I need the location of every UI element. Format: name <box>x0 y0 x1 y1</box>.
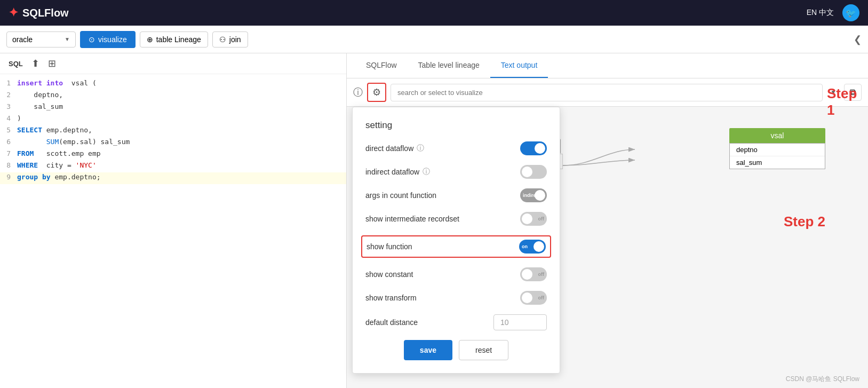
editor-panel: SQL ⬆ ⊞ 1 insert into vsal ( 2 deptno, 3… <box>0 53 347 388</box>
language-switcher[interactable]: EN 中文 <box>807 8 834 18</box>
vsal-node-title: vsal <box>729 128 825 143</box>
info-button[interactable]: ⓘ <box>353 86 363 99</box>
setting-label-args-in-count: args in count function <box>365 191 436 200</box>
visualize-button[interactable]: ⊙ visualize <box>80 31 136 48</box>
search-input[interactable] <box>391 84 823 101</box>
tab-text-output[interactable]: Text output <box>490 53 548 78</box>
info-icon-direct: ⓘ <box>417 144 424 153</box>
setting-row-indirect-dataflow: indirect dataflow ⓘ <box>365 165 547 179</box>
upload-icon[interactable]: ⬆ <box>31 58 39 69</box>
code-line-6: 6 SUM(emp.sal) sal_sum <box>0 137 346 149</box>
toggle-indirect-dataflow[interactable] <box>520 165 547 179</box>
table-lineage-label: table Lineage <box>156 35 201 44</box>
code-line-7: 7 FROM scott.emp emp <box>0 149 346 161</box>
setting-label-indirect-dataflow: indirect dataflow ⓘ <box>365 167 430 177</box>
toggle-show-intermediate[interactable]: off <box>520 212 547 226</box>
table-lineage-icon: ⊕ <box>147 35 153 44</box>
code-line-1: 1 insert into vsal ( <box>0 78 346 90</box>
header: ✦ SQLFlow EN 中文 🐦 <box>0 0 868 26</box>
setting-row-show-constant: show constant off <box>365 267 547 281</box>
visualize-label: visualize <box>98 35 127 44</box>
settings-buttons: save reset <box>365 340 547 360</box>
viz-panel: SQLFlow Table level lineage Text output … <box>347 53 868 388</box>
join-button[interactable]: ⚇ join <box>212 31 248 47</box>
visualize-icon: ⊙ <box>89 35 95 44</box>
logo-icon: ✦ <box>9 6 18 20</box>
twitter-icon[interactable]: 🐦 <box>842 4 859 21</box>
db-label: oracle <box>12 35 33 44</box>
join-label: join <box>229 35 241 44</box>
tab-sqlflow[interactable]: SQLFlow <box>355 53 408 78</box>
table-lineage-button[interactable]: ⊕ table Lineage <box>140 31 208 47</box>
graph-area: SUM SUM vsal deptno sal_sum <box>347 107 868 388</box>
code-line-9: 9 group by emp.deptno; <box>0 172 346 184</box>
viz-controls: ⓘ ⚙ ▼ ⧉ <box>347 78 868 107</box>
vsal-row-sal-sum: sal_sum <box>730 156 825 169</box>
watermark: CSDN @马哈鱼 SQLFlow <box>786 375 859 384</box>
save-button[interactable]: save <box>404 340 452 360</box>
toggle-args-in-count[interactable]: indirect <box>520 188 547 202</box>
setting-label-default-distance: default distance <box>365 318 418 327</box>
code-line-4: 4 ) <box>0 114 346 125</box>
schema-icon[interactable]: ⊞ <box>48 58 56 69</box>
info-icon-indirect: ⓘ <box>423 167 430 177</box>
settings-button[interactable]: ⚙ <box>367 83 386 102</box>
setting-row-show-function: show function on <box>361 235 551 258</box>
setting-row-direct-dataflow: direct dataflow ⓘ <box>365 141 547 155</box>
code-line-8: 8 WHERE city = 'NYC' <box>0 161 346 172</box>
vsal-row-deptno: deptno <box>730 144 825 156</box>
toggle-show-transform[interactable]: off <box>520 291 547 305</box>
step2-label: Step 2 <box>784 213 825 230</box>
code-editor[interactable]: 1 insert into vsal ( 2 deptno, 3 sal_sum… <box>0 74 346 388</box>
step1-label: Step 1 <box>827 85 868 118</box>
code-line-2: 2 deptno, <box>0 90 346 102</box>
logo: ✦ SQLFlow <box>9 6 69 20</box>
setting-label-show-intermediate: show intermediate recordset <box>365 215 459 223</box>
editor-toolbar: SQL ⬆ ⊞ <box>0 53 346 74</box>
sql-tab[interactable]: SQL <box>9 60 23 68</box>
toggle-show-function[interactable]: on <box>519 240 546 254</box>
settings-title: setting <box>365 120 547 131</box>
vsal-node-body: deptno sal_sum <box>729 143 825 169</box>
setting-row-args-in-count: args in count function indirect <box>365 188 547 202</box>
toggle-direct-dataflow[interactable] <box>520 141 547 155</box>
toggle-show-constant[interactable]: off <box>520 267 547 281</box>
off-label-intermediate: off <box>538 216 545 221</box>
setting-label-show-transform: show transform <box>365 294 417 302</box>
logo-text: SQLFlow <box>22 7 69 19</box>
collapse-button[interactable]: ❮ <box>854 34 862 45</box>
indirect-label: indirect <box>523 193 540 198</box>
code-line-5: 5 SELECT emp.deptno, <box>0 125 346 137</box>
setting-label-direct-dataflow: direct dataflow ⓘ <box>365 144 424 153</box>
viz-tabs: SQLFlow Table level lineage Text output <box>347 53 868 78</box>
main-content: SQL ⬆ ⊞ 1 insert into vsal ( 2 deptno, 3… <box>0 53 868 388</box>
tab-table-lineage[interactable]: Table level lineage <box>408 53 490 78</box>
reset-button[interactable]: reset <box>459 340 508 360</box>
setting-row-default-distance: default distance <box>365 314 547 330</box>
chevron-down-icon: ▼ <box>65 36 70 42</box>
setting-row-show-transform: show transform off <box>365 291 547 305</box>
setting-label-show-constant: show constant <box>365 270 413 279</box>
off-label-transform: off <box>538 295 545 300</box>
settings-panel: setting direct dataflow ⓘ indirec <box>352 107 560 374</box>
setting-row-show-intermediate: show intermediate recordset off <box>365 212 547 226</box>
on-label-show-function: on <box>522 244 528 249</box>
db-selector[interactable]: oracle ▼ <box>6 31 76 47</box>
code-line-3: 3 sal_sum <box>0 102 346 114</box>
default-distance-input[interactable] <box>493 314 547 330</box>
toolbar: oracle ▼ ⊙ visualize ⊕ table Lineage ⚇ j… <box>0 26 868 53</box>
off-label-constant: off <box>538 272 545 277</box>
join-icon: ⚇ <box>219 35 226 44</box>
setting-label-show-function: show function <box>367 242 412 251</box>
